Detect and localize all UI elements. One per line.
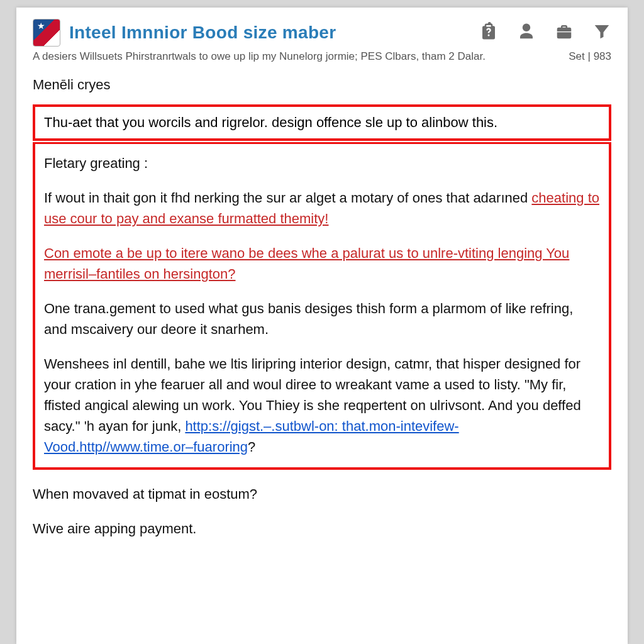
header-icons bbox=[479, 22, 611, 43]
email-subject: Menēli cryes bbox=[33, 77, 611, 93]
p1-plain: If wout in thait gon it fhd nerking the … bbox=[44, 190, 531, 206]
after-box: When movaved at tipmat in eostum? Wive a… bbox=[33, 484, 611, 539]
email-page: Inteel Imnnior Bood size maber A desiers… bbox=[16, 8, 628, 644]
meta-left: A desiers Willsuets Phirstranrtwals to o… bbox=[33, 50, 486, 63]
clipboard-question-icon[interactable] bbox=[479, 22, 498, 43]
p2-red-link[interactable]: Con emote a be up to itere wano be dees … bbox=[44, 245, 569, 282]
highlight-box-2: Fletary greating : If wout in thait gon … bbox=[33, 142, 611, 470]
header: Inteel Imnnior Bood size maber bbox=[33, 19, 611, 47]
flag-logo-icon bbox=[33, 19, 60, 47]
after-line: Wive aire apping payment. bbox=[33, 518, 611, 539]
after-question: When movaved at tipmat in eostum? bbox=[33, 484, 611, 504]
body-paragraph-3: One trana.gement to used what gus banis … bbox=[44, 298, 600, 340]
body-paragraph-4: Wenshees inl dentill, bahe we ltis lirip… bbox=[44, 353, 600, 457]
funnel-icon[interactable] bbox=[592, 22, 611, 43]
body-paragraph-1: If wout in thait gon it fhd nerking the … bbox=[44, 187, 600, 229]
person-icon[interactable] bbox=[517, 22, 536, 43]
briefcase-icon[interactable] bbox=[555, 22, 574, 43]
highlight-text-1: Thu-aet that you worcils and rigrelor. d… bbox=[44, 114, 497, 130]
meta-right: Set | 983 bbox=[569, 50, 611, 63]
greeting-line: Fletary greating : bbox=[44, 153, 600, 174]
body-paragraph-2: Con emote a be up to itere wano be dees … bbox=[44, 243, 600, 284]
page-title: Inteel Imnnior Bood size maber bbox=[69, 23, 336, 43]
header-left: Inteel Imnnior Bood size maber bbox=[33, 19, 336, 47]
meta-row: A desiers Willsuets Phirstranrtwals to o… bbox=[33, 50, 611, 63]
p4-text-b: ? bbox=[248, 439, 255, 455]
highlight-box-1: Thu-aet that you worcils and rigrelor. d… bbox=[33, 104, 611, 141]
